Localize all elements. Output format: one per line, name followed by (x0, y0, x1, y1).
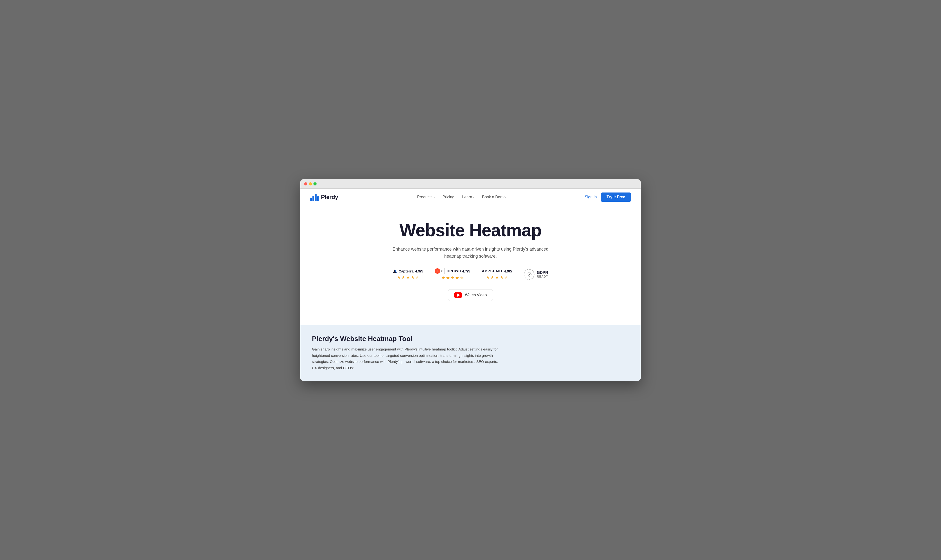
browser-window: Plerdy Products ▾ Pricing Learn ▾ Book a… (300, 179, 641, 381)
logo-bar-2 (313, 195, 314, 201)
hero-title: Website Heatmap (310, 221, 631, 240)
nav-actions: Sign In Try It Free (585, 192, 631, 202)
traffic-light-red[interactable] (304, 182, 307, 185)
chevron-down-icon-learn: ▾ (473, 196, 474, 198)
gdpr-subtitle: READY (537, 275, 548, 278)
nav-pricing-label: Pricing (442, 195, 454, 199)
logo-bar-3 (315, 194, 317, 201)
traffic-light-green[interactable] (313, 182, 317, 185)
g2-score: 4.7/5 (462, 269, 470, 273)
try-free-button[interactable]: Try It Free (601, 192, 631, 202)
nav-link-products[interactable]: Products ▾ (417, 195, 435, 199)
appsumo-label: AppSumo (482, 269, 503, 273)
g2-star-5: ★ (460, 275, 464, 280)
g2crowd-rating: G 2 CROWD 4.7/5 ★ ★ ★ ★ ★ (435, 268, 470, 280)
g2-star-4: ★ (455, 275, 459, 280)
sign-in-link[interactable]: Sign In (585, 195, 597, 199)
watch-video-label: Watch Video (465, 293, 487, 297)
g2-crowd-label: CROWD (447, 269, 461, 273)
capterra-label: Capterra (399, 269, 414, 273)
gdpr-title: GDPR (537, 271, 548, 275)
browser-content: Plerdy Products ▾ Pricing Learn ▾ Book a… (300, 189, 641, 381)
g2-circle: G (435, 268, 440, 274)
g2-star-3: ★ (451, 275, 454, 280)
watch-video-button[interactable]: Watch Video (448, 289, 493, 301)
capterra-stars: ★ ★ ★ ★ ★ (397, 275, 419, 280)
appsumo-score: 4.9/5 (504, 269, 512, 273)
bottom-section: Plerdy's Website Heatmap Tool Gain sharp… (300, 325, 641, 381)
nav-link-pricing[interactable]: Pricing (442, 195, 454, 199)
youtube-play-icon (457, 293, 460, 297)
g2-star-1: ★ (441, 275, 445, 280)
star-2: ★ (402, 275, 405, 280)
youtube-icon (454, 292, 462, 298)
star-3: ★ (406, 275, 410, 280)
hero-section: Website Heatmap Enhance website performa… (300, 206, 641, 325)
logo-bar-4 (317, 196, 319, 201)
g2-star-2: ★ (446, 275, 450, 280)
star-4: ★ (411, 275, 414, 280)
star-1: ★ (397, 275, 401, 280)
logo-text: Plerdy (321, 194, 338, 200)
g2-superscript: 2 (441, 270, 442, 272)
bottom-title: Plerdy's Website Heatmap Tool (312, 335, 629, 343)
nav-products-label: Products (417, 195, 433, 199)
appsumo-star-2: ★ (490, 275, 494, 280)
g2-brand: G 2 CROWD 4.7/5 (435, 268, 470, 274)
check-icon (527, 272, 531, 277)
browser-chrome (300, 179, 641, 189)
g2-stars: ★ ★ ★ ★ ★ (441, 275, 464, 280)
appsumo-star-3: ★ (495, 275, 499, 280)
gdpr-text: GDPR READY (537, 271, 548, 278)
logo-bar-1 (310, 198, 312, 201)
bottom-description: Gain sharp insights and maximize user en… (312, 346, 502, 371)
chevron-down-icon: ▾ (434, 196, 435, 198)
appsumo-star-4: ★ (500, 275, 504, 280)
logo[interactable]: Plerdy (310, 193, 338, 201)
capterra-icon (393, 269, 397, 273)
capterra-score: 4.9/5 (415, 269, 423, 273)
nav-link-learn[interactable]: Learn ▾ (462, 195, 474, 199)
appsumo-star-1: ★ (486, 275, 490, 280)
svg-point-2 (527, 272, 531, 277)
traffic-light-yellow[interactable] (309, 182, 312, 185)
nav-learn-label: Learn (462, 195, 472, 199)
capterra-rating: Capterra 4.9/5 ★ ★ ★ ★ ★ (393, 269, 423, 280)
nav-links: Products ▾ Pricing Learn ▾ Book a Demo (417, 195, 506, 199)
gdpr-circle (524, 269, 534, 280)
appsumo-rating: AppSumo 4.9/5 ★ ★ ★ ★ ★ (482, 269, 512, 280)
hero-subtitle: Enhance website performance with data-dr… (390, 246, 551, 260)
appsumo-brand: AppSumo 4.9/5 (482, 269, 512, 273)
navbar: Plerdy Products ▾ Pricing Learn ▾ Book a… (300, 189, 641, 206)
nav-book-demo-label: Book a Demo (482, 195, 506, 199)
traffic-lights (304, 182, 317, 185)
appsumo-stars: ★ ★ ★ ★ ★ (486, 275, 508, 280)
capterra-brand: Capterra 4.9/5 (393, 269, 423, 273)
ratings-row: Capterra 4.9/5 ★ ★ ★ ★ ★ G 2 (310, 268, 631, 280)
star-5: ★ (415, 275, 419, 280)
nav-link-book-demo[interactable]: Book a Demo (482, 195, 506, 199)
gdpr-badge: GDPR READY (524, 269, 548, 280)
logo-icon (310, 193, 319, 201)
appsumo-star-5: ★ (504, 275, 508, 280)
